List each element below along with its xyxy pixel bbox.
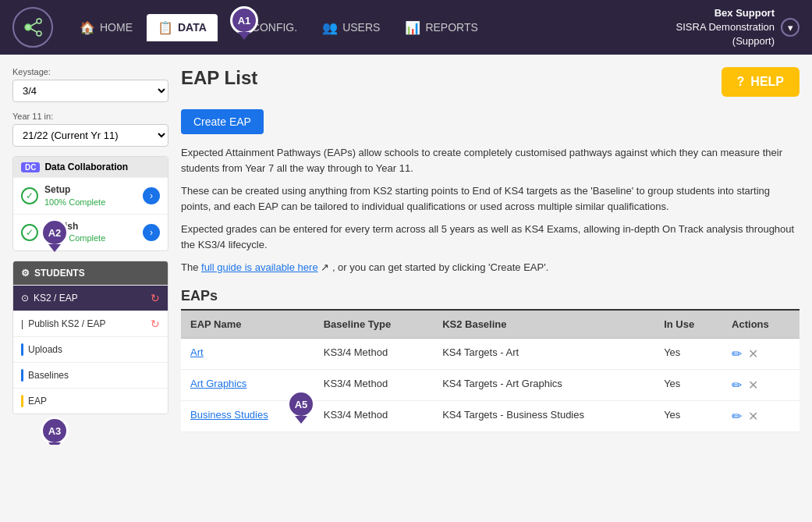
dc-setup-check: ✓	[21, 187, 38, 204]
content-header: EAP List ? HELP	[181, 67, 800, 97]
eaps-section: EAPs EAP Name Baseline Type KS2 Baseline…	[181, 288, 800, 432]
home-icon: 🏠	[80, 20, 95, 35]
svg-point-2	[37, 31, 41, 36]
baselines-bar	[21, 369, 23, 382]
keystage-section: Keystage: 3/4	[12, 67, 168, 102]
sidebar-item-ks2-eap[interactable]: ⊙ KS2 / EAP ↻	[13, 285, 168, 311]
edit-icon[interactable]: ✏	[732, 409, 742, 424]
year11-label: Year 11 in:	[12, 112, 168, 121]
col-eap-name: EAP Name	[181, 311, 314, 339]
description-1: Expected Attainment Pathways (EAPs) allo…	[181, 145, 800, 176]
students-icon: ⚙	[21, 268, 30, 279]
col-actions: Actions	[722, 311, 800, 339]
main-layout: A2 A3 A4 A5 Keystage: 3/4 Year 11 in:	[0, 55, 812, 445]
dc-setup-item[interactable]: ✓ Setup 100% Complete ›	[13, 177, 168, 214]
cell-actions: ✏ ✕	[722, 400, 800, 431]
help-button[interactable]: ? HELP	[722, 67, 800, 97]
table-row: Business Studies KS3/4 Method KS4 Target…	[181, 400, 800, 431]
keystage-select[interactable]: 3/4	[12, 80, 168, 102]
cell-ks2-baseline: KS4 Targets - Business Studies	[433, 400, 654, 431]
eap-name-link[interactable]: Art	[190, 346, 204, 358]
nav-reports[interactable]: 📊 REPORTS	[394, 14, 488, 41]
cell-ks2-baseline: KS4 Targets - Art Graphics	[433, 369, 654, 400]
nav-dropdown[interactable]: ▾	[781, 18, 800, 37]
eaps-title: EAPs	[181, 288, 800, 311]
table-header-row: EAP Name Baseline Type KS2 Baseline In U…	[181, 311, 800, 339]
dc-publish-arrow[interactable]: ›	[143, 224, 160, 241]
nav-logo	[12, 7, 53, 48]
sidebar-item-uploads[interactable]: Uploads	[13, 336, 168, 362]
cell-in-use: Yes	[654, 400, 722, 431]
col-baseline-type: Baseline Type	[314, 311, 433, 339]
ks2-eap-bullet: ⊙	[21, 293, 29, 304]
sidebar-item-baselines[interactable]: Baselines	[13, 362, 168, 388]
svg-point-0	[25, 24, 31, 30]
cell-baseline-type: KS3/4 Method	[314, 338, 433, 369]
col-in-use: In Use	[654, 311, 722, 339]
dc-publish-item[interactable]: ✓ Publish 100% Complete ›	[13, 214, 168, 250]
svg-point-1	[37, 19, 41, 23]
publish-bullet: |	[21, 318, 23, 329]
eap-name-link[interactable]: Art Graphics	[190, 378, 246, 389]
year11-section: Year 11 in: 21/22 (Current Yr 11)	[12, 112, 168, 147]
eaps-table: EAP Name Baseline Type KS2 Baseline In U…	[181, 311, 800, 432]
navbar: 🏠 HOME 📋 DATA 🔧 CONFIG. 👥 USERS 📊 REPORT…	[0, 0, 812, 55]
keystage-label: Keystage:	[12, 67, 168, 76]
year11-select[interactable]: 21/22 (Current Yr 11)	[12, 124, 168, 147]
cell-baseline-type: KS3/4 Method	[314, 400, 433, 431]
edit-icon[interactable]: ✏	[732, 378, 742, 392]
external-link-icon: ↗	[321, 261, 329, 273]
publish-refresh[interactable]: ↻	[151, 318, 160, 330]
help-icon: ?	[737, 75, 745, 89]
annotation-a3: A3	[41, 417, 69, 445]
dc-badge: DC	[21, 162, 40, 172]
reports-icon: 📊	[405, 20, 420, 35]
dc-publish-check: ✓	[21, 224, 38, 241]
cell-ks2-baseline: KS4 Targets - Art	[433, 338, 654, 369]
data-collaboration-box: DC Data Collaboration ✓ Setup 100% Compl…	[12, 156, 168, 251]
eap-name-link[interactable]: Business Studies	[190, 409, 268, 421]
delete-icon[interactable]: ✕	[748, 409, 758, 424]
eap-bar	[21, 395, 23, 407]
students-nav: ⚙ STUDENTS ⊙ KS2 / EAP ↻ | Publish KS2 /…	[12, 261, 168, 414]
cell-actions: ✏ ✕	[722, 338, 800, 369]
svg-line-4	[31, 29, 37, 32]
description-4: The full guide is available here ↗ , or …	[181, 260, 800, 275]
annotation-a2: A2	[41, 218, 69, 247]
dc-setup-arrow[interactable]: ›	[143, 187, 160, 204]
nav-user: Bex Support SISRA Demonstration (Support…	[676, 6, 800, 49]
nav-users[interactable]: 👥 USERS	[311, 14, 391, 41]
description-3: Expected grades can be entered for every…	[181, 222, 800, 252]
page-title: EAP List	[181, 67, 257, 89]
cell-in-use: Yes	[654, 369, 722, 400]
svg-line-3	[31, 23, 37, 26]
table-row: Art Graphics KS3/4 Method KS4 Targets - …	[181, 369, 800, 400]
annotation-a5: A5	[287, 390, 315, 418]
sidebar-item-eap[interactable]: EAP	[13, 388, 168, 414]
students-header: ⚙ STUDENTS	[13, 261, 168, 285]
nav-user-text: Bex Support SISRA Demonstration (Support…	[676, 6, 775, 49]
full-guide-link[interactable]: full guide is available here	[201, 261, 318, 273]
delete-icon[interactable]: ✕	[748, 378, 758, 392]
cell-eap-name: Art	[181, 338, 314, 369]
annotation-a1: A1	[230, 6, 258, 34]
cell-actions: ✏ ✕	[722, 369, 800, 400]
nav-home[interactable]: 🏠 HOME	[69, 14, 144, 41]
sidebar-item-publish-ks2-eap[interactable]: | Publish KS2 / EAP ↻	[13, 311, 168, 336]
table-row: Art KS3/4 Method KS4 Targets - Art Yes ✏…	[181, 338, 800, 369]
dc-header: DC Data Collaboration	[13, 157, 168, 177]
description-2: These can be created using anything from…	[181, 183, 800, 214]
uploads-bar	[21, 343, 23, 356]
delete-icon[interactable]: ✕	[748, 346, 758, 361]
eaps-table-container: EAP Name Baseline Type KS2 Baseline In U…	[181, 311, 800, 432]
cell-in-use: Yes	[654, 338, 722, 369]
create-eap-button[interactable]: Create EAP	[181, 109, 264, 134]
edit-icon[interactable]: ✏	[732, 346, 742, 361]
cell-baseline-type: KS3/4 Method	[314, 369, 433, 400]
col-ks2-baseline: KS2 Baseline	[433, 311, 654, 339]
ks2-eap-refresh[interactable]: ↻	[151, 292, 160, 304]
sidebar: Keystage: 3/4 Year 11 in: 21/22 (Current…	[12, 67, 168, 432]
nav-items: 🏠 HOME 📋 DATA 🔧 CONFIG. 👥 USERS 📊 REPORT…	[69, 14, 676, 41]
nav-data[interactable]: 📋 DATA	[147, 14, 218, 41]
users-icon: 👥	[322, 20, 338, 35]
